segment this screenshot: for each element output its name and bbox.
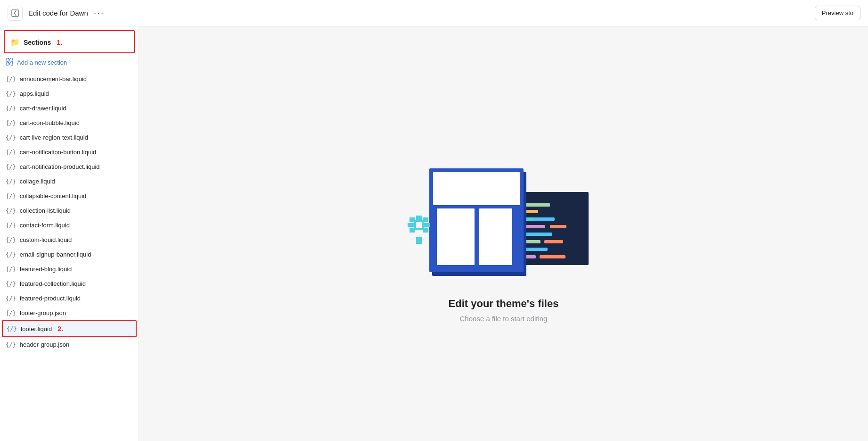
- welcome-panel: Edit your theme's files Choose a file to…: [405, 145, 603, 323]
- svg-rect-23: [540, 255, 565, 258]
- liquid-icon: {/}: [6, 222, 16, 229]
- file-name: contact-form.liquid: [20, 222, 70, 229]
- file-item[interactable]: {/}collapsible-content.liquid: [0, 189, 139, 203]
- liquid-icon: {/}: [6, 251, 16, 258]
- welcome-subtitle: Choose a file to start editing: [405, 315, 603, 323]
- liquid-icon: {/}: [6, 149, 16, 156]
- add-section-icon: [6, 58, 13, 67]
- svg-rect-0: [12, 10, 18, 17]
- file-name: email-signup-banner.liquid: [20, 251, 91, 258]
- file-item[interactable]: {/}featured-product.liquid: [0, 291, 139, 306]
- file-name: featured-collection.liquid: [20, 280, 86, 287]
- file-item[interactable]: {/}cart-icon-bubble.liquid: [0, 116, 139, 130]
- svg-rect-1: [6, 58, 9, 61]
- svg-rect-34: [409, 217, 415, 222]
- file-name: announcement-bar.liquid: [20, 75, 87, 83]
- file-item[interactable]: {/}header-group.json: [0, 337, 139, 352]
- file-item[interactable]: {/}featured-blog.liquid: [0, 262, 139, 276]
- file-name: featured-blog.liquid: [20, 266, 72, 273]
- file-name: footer-group.json: [20, 309, 66, 316]
- file-item[interactable]: {/}email-signup-banner.liquid: [0, 247, 139, 262]
- sections-header[interactable]: 📁 Sections 1.: [4, 30, 135, 53]
- file-name: cart-drawer.liquid: [20, 105, 66, 112]
- file-name: apps.liquid: [20, 90, 49, 97]
- file-name: featured-product.liquid: [20, 295, 81, 302]
- topbar: Edit code for Dawn ··· Preview sto: [0, 0, 868, 26]
- add-section-button[interactable]: Add a new section: [0, 53, 139, 72]
- svg-rect-2: [10, 58, 13, 61]
- file-name: footer.liquid: [21, 325, 52, 333]
- sections-label: Sections: [24, 39, 51, 46]
- file-name: custom-liquid.liquid: [20, 236, 72, 243]
- liquid-icon: {/}: [6, 341, 16, 348]
- file-name: cart-live-region-text.liquid: [20, 134, 88, 141]
- back-button[interactable]: [8, 6, 23, 21]
- file-item[interactable]: {/}collection-list.liquid: [0, 203, 139, 218]
- liquid-icon: {/}: [6, 105, 16, 112]
- liquid-icon: {/}: [6, 120, 16, 126]
- welcome-title: Edit your theme's files: [405, 298, 603, 310]
- file-item[interactable]: {/}footer-group.json: [0, 306, 139, 320]
- main-layout: 📁 Sections 1. Add a new section {/}annou…: [0, 26, 868, 441]
- file-item[interactable]: {/}cart-notification-product.liquid: [0, 159, 139, 174]
- svg-rect-4: [10, 62, 13, 65]
- file-name: cart-icon-bubble.liquid: [20, 119, 80, 126]
- add-section-label: Add a new section: [17, 59, 67, 66]
- file-item[interactable]: {/}custom-liquid.liquid: [0, 233, 139, 247]
- svg-rect-32: [408, 223, 414, 227]
- svg-rect-26: [433, 172, 520, 205]
- svg-rect-38: [416, 222, 422, 228]
- liquid-icon: {/}: [6, 76, 16, 83]
- file-name: collection-list.liquid: [20, 207, 71, 214]
- preview-button[interactable]: Preview sto: [815, 6, 860, 20]
- svg-rect-20: [544, 240, 563, 243]
- liquid-icon: {/}: [6, 91, 16, 97]
- liquid-icon: {/}: [7, 325, 17, 332]
- svg-rect-3: [6, 62, 9, 65]
- file-item[interactable]: {/}cart-drawer.liquid: [0, 101, 139, 116]
- liquid-icon: {/}: [6, 193, 16, 200]
- more-button[interactable]: ···: [94, 8, 105, 18]
- liquid-icon: {/}: [6, 310, 16, 316]
- folder-icon: 📁: [10, 38, 20, 47]
- svg-rect-31: [416, 237, 422, 244]
- file-item[interactable]: {/}featured-collection.liquid: [0, 276, 139, 291]
- file-name: cart-notification-product.liquid: [20, 163, 100, 170]
- svg-rect-35: [423, 217, 428, 222]
- liquid-icon: {/}: [6, 208, 16, 214]
- file-item[interactable]: {/}footer.liquid2.: [2, 320, 137, 337]
- svg-rect-30: [416, 216, 422, 222]
- file-name: collage.liquid: [20, 178, 55, 185]
- file-name: collapsible-content.liquid: [20, 192, 87, 200]
- svg-rect-37: [423, 228, 428, 233]
- topbar-left: Edit code for Dawn ···: [8, 6, 104, 21]
- file-item[interactable]: {/}collage.liquid: [0, 174, 139, 189]
- file-item[interactable]: {/}cart-notification-button.liquid: [0, 145, 139, 159]
- illustration: [405, 145, 603, 286]
- file-name: cart-notification-button.liquid: [20, 149, 97, 156]
- file-name: header-group.json: [20, 341, 70, 348]
- page-title: Edit code for Dawn: [28, 9, 88, 17]
- liquid-icon: {/}: [6, 237, 16, 243]
- liquid-icon: {/}: [6, 178, 16, 185]
- file-item[interactable]: {/}apps.liquid: [0, 86, 139, 101]
- svg-rect-36: [409, 228, 415, 233]
- sidebar: 📁 Sections 1. Add a new section {/}annou…: [0, 26, 139, 441]
- svg-rect-17: [550, 225, 566, 228]
- file-item[interactable]: {/}announcement-bar.liquid: [0, 72, 139, 86]
- content-area: Edit your theme's files Choose a file to…: [139, 26, 868, 441]
- liquid-icon: {/}: [6, 266, 16, 273]
- sections-number: 1.: [57, 39, 62, 46]
- svg-rect-27: [437, 208, 475, 265]
- file-item[interactable]: {/}cart-live-region-text.liquid: [0, 130, 139, 145]
- svg-rect-28: [479, 208, 512, 265]
- liquid-icon: {/}: [6, 164, 16, 170]
- file-item[interactable]: {/}contact-form.liquid: [0, 218, 139, 233]
- file-list: {/}announcement-bar.liquid{/}apps.liquid…: [0, 72, 139, 352]
- item-number: 2.: [57, 325, 63, 333]
- liquid-icon: {/}: [6, 295, 16, 302]
- liquid-icon: {/}: [6, 281, 16, 287]
- liquid-icon: {/}: [6, 134, 16, 141]
- svg-rect-33: [424, 223, 430, 227]
